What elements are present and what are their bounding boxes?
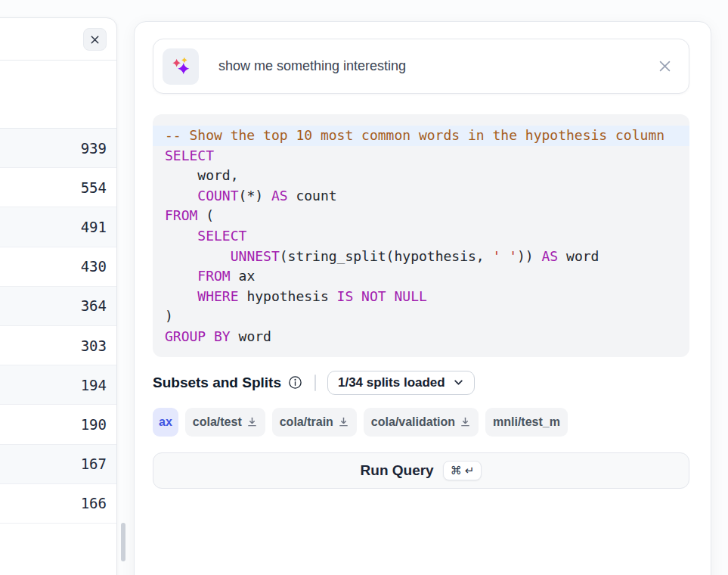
sql-console-panel: show me something interesting -- Show th… (134, 21, 711, 575)
table-row[interactable]: 554 (0, 168, 116, 207)
table-row[interactable]: 430 (0, 247, 116, 287)
code-line: GROUP BY word (153, 327, 689, 347)
table-row[interactable]: 194 (0, 365, 116, 405)
divider (314, 375, 316, 391)
split-chip-label: cola/train (280, 415, 333, 429)
close-icon (90, 35, 100, 45)
chevron-down-icon (453, 377, 464, 388)
run-query-button[interactable]: Run Query ⌘ ↵ (153, 452, 689, 489)
code-line: word, (153, 166, 689, 186)
split-chip-label: cola/validation (371, 415, 455, 429)
code-line: FROM ( (153, 206, 689, 226)
results-table-panel: 939554491430364303194190167166 (0, 17, 117, 575)
close-results-button[interactable] (83, 28, 107, 51)
download-icon (460, 416, 471, 427)
count-cell: 364 (81, 297, 107, 314)
count-cell: 166 (81, 495, 107, 511)
download-icon (246, 416, 258, 427)
results-table-header (0, 61, 116, 129)
sparkles-icon (163, 48, 199, 85)
code-line: -- Show the top 10 most common words in … (153, 126, 689, 146)
subsets-title: Subsets and Splits (153, 375, 281, 391)
table-row[interactable]: 167 (0, 445, 116, 484)
close-icon (658, 59, 672, 73)
page: 939554491430364303194190167166 show me s… (0, 0, 728, 575)
code-line: ) (153, 306, 689, 327)
table-row[interactable]: 939 (0, 129, 116, 168)
splits-chip-row: axcola/testcola/traincola/validationmnli… (153, 408, 689, 437)
prompt-input[interactable]: show me something interesting (218, 58, 656, 74)
split-chip-cola-train[interactable]: cola/train (272, 408, 357, 437)
run-query-label: Run Query (361, 462, 434, 479)
code-line: UNNEST(string_split(hypothesis, ' ')) AS… (153, 247, 689, 267)
info-icon[interactable] (288, 375, 302, 390)
table-row[interactable]: 166 (0, 484, 116, 524)
download-icon (338, 416, 349, 427)
table-row[interactable]: 364 (0, 287, 116, 326)
split-chip-ax[interactable]: ax (153, 408, 178, 437)
table-row[interactable]: 303 (0, 326, 116, 365)
ai-prompt-box[interactable]: show me something interesting (153, 39, 689, 94)
count-cell: 554 (81, 179, 107, 196)
cmd-return-keys: ⌘ ↵ (443, 461, 482, 480)
code-line: SELECT (153, 226, 689, 247)
splits-loaded-label: 1/34 splits loaded (338, 375, 445, 390)
split-chip-mnli-test-m[interactable]: mnli/test_m (485, 408, 568, 437)
split-chip-cola-validation[interactable]: cola/validation (364, 408, 479, 437)
code-line: WHERE hypothesis IS NOT NULL (153, 287, 689, 307)
table-row[interactable]: 491 (0, 207, 116, 247)
code-line: COUNT(*) AS count (153, 186, 689, 207)
split-chip-label: cola/test (193, 415, 242, 429)
count-cell: 491 (81, 219, 107, 235)
vertical-scrollbar-thumb[interactable] (121, 523, 125, 561)
splits-loaded-dropdown[interactable]: 1/34 splits loaded (327, 371, 475, 395)
count-cell: 167 (81, 455, 107, 472)
code-line: SELECT (153, 146, 689, 166)
results-table-body: 939554491430364303194190167166 (0, 129, 116, 524)
split-chip-label: mnli/test_m (493, 415, 560, 429)
code-line: FROM ax (153, 266, 689, 287)
count-cell: 190 (81, 416, 107, 433)
sql-editor[interactable]: -- Show the top 10 most common words in … (153, 114, 689, 357)
count-cell: 430 (81, 258, 107, 275)
split-chip-label: ax (159, 415, 172, 429)
split-chip-cola-test[interactable]: cola/test (185, 408, 265, 437)
results-table-toolbar (0, 18, 116, 61)
count-cell: 303 (81, 337, 107, 354)
table-row[interactable]: 190 (0, 405, 116, 444)
subsets-toolbar: Subsets and Splits 1/34 splits loaded (153, 371, 689, 395)
count-cell: 194 (81, 377, 107, 393)
clear-prompt-button[interactable] (656, 58, 674, 75)
count-cell: 939 (81, 140, 107, 157)
